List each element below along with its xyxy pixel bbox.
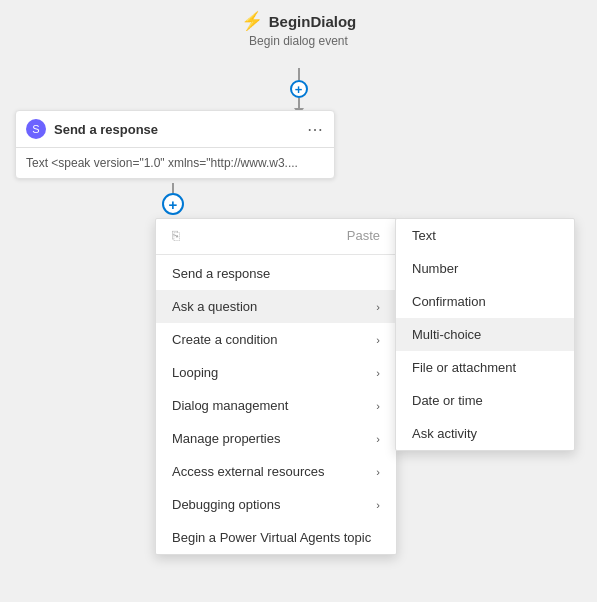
ask-question-submenu: Text Number Confirmation Multi-choice Fi… bbox=[395, 218, 575, 451]
ask-question-label: Ask a question bbox=[172, 299, 257, 314]
menu-item-pva-topic[interactable]: Begin a Power Virtual Agents topic bbox=[156, 521, 396, 554]
card-menu-button[interactable]: ⋯ bbox=[307, 120, 324, 139]
menu-item-paste: ⎘ Paste bbox=[156, 219, 396, 252]
menu-item-create-condition[interactable]: Create a condition › bbox=[156, 323, 396, 356]
card-header-left: S Send a response bbox=[26, 119, 158, 139]
submenu-item-date-time[interactable]: Date or time bbox=[396, 384, 574, 417]
add-step-button-top[interactable]: + bbox=[290, 80, 308, 98]
top-connector: + bbox=[290, 68, 308, 115]
multichoice-label: Multi-choice bbox=[412, 327, 481, 342]
date-time-label: Date or time bbox=[412, 393, 483, 408]
bottom-connector: + bbox=[162, 183, 184, 215]
connector-line-top bbox=[298, 68, 300, 80]
chevron-dialog-management: › bbox=[376, 400, 380, 412]
card-body: Text <speak version="1.0" xmlns="http://… bbox=[16, 148, 334, 178]
chevron-access-external: › bbox=[376, 466, 380, 478]
create-condition-label: Create a condition bbox=[172, 332, 278, 347]
card-header: S Send a response ⋯ bbox=[16, 111, 334, 148]
send-response-card: S Send a response ⋯ Text <speak version=… bbox=[15, 110, 335, 179]
begin-dialog-subtitle: Begin dialog event bbox=[249, 34, 348, 48]
send-response-label: Send a response bbox=[172, 266, 270, 281]
text-label: Text bbox=[412, 228, 436, 243]
menu-divider bbox=[156, 254, 396, 255]
pva-topic-label: Begin a Power Virtual Agents topic bbox=[172, 530, 371, 545]
confirmation-label: Confirmation bbox=[412, 294, 486, 309]
paste-label: Paste bbox=[347, 228, 380, 243]
submenu-item-ask-activity[interactable]: Ask activity bbox=[396, 417, 574, 450]
menu-item-looping[interactable]: Looping › bbox=[156, 356, 396, 389]
manage-properties-label: Manage properties bbox=[172, 431, 280, 446]
begin-dialog-container: ⚡ BeginDialog Begin dialog event bbox=[241, 10, 357, 48]
submenu-item-text[interactable]: Text bbox=[396, 219, 574, 252]
canvas: ⚡ BeginDialog Begin dialog event + S Sen… bbox=[0, 0, 597, 602]
context-menu: ⎘ Paste Send a response Ask a question ›… bbox=[155, 218, 397, 555]
looping-label: Looping bbox=[172, 365, 218, 380]
dialog-management-label: Dialog management bbox=[172, 398, 288, 413]
begin-dialog-title: ⚡ BeginDialog bbox=[241, 10, 357, 32]
submenu-item-confirmation[interactable]: Confirmation bbox=[396, 285, 574, 318]
chevron-debugging: › bbox=[376, 499, 380, 511]
submenu-item-multichoice[interactable]: Multi-choice bbox=[396, 318, 574, 351]
chevron-create-condition: › bbox=[376, 334, 380, 346]
chevron-manage-properties: › bbox=[376, 433, 380, 445]
menu-item-manage-properties[interactable]: Manage properties › bbox=[156, 422, 396, 455]
debugging-label: Debugging options bbox=[172, 497, 280, 512]
lightning-icon: ⚡ bbox=[241, 10, 263, 32]
chevron-looping: › bbox=[376, 367, 380, 379]
menu-item-access-external[interactable]: Access external resources › bbox=[156, 455, 396, 488]
menu-item-send-response[interactable]: Send a response bbox=[156, 257, 396, 290]
connector-line-mid bbox=[298, 98, 300, 108]
number-label: Number bbox=[412, 261, 458, 276]
card-title: Send a response bbox=[54, 122, 158, 137]
paste-icon: ⎘ bbox=[172, 228, 180, 243]
menu-item-debugging[interactable]: Debugging options › bbox=[156, 488, 396, 521]
chevron-ask-question: › bbox=[376, 301, 380, 313]
ask-activity-label: Ask activity bbox=[412, 426, 477, 441]
submenu-item-number[interactable]: Number bbox=[396, 252, 574, 285]
access-external-label: Access external resources bbox=[172, 464, 324, 479]
add-step-button-main[interactable]: + bbox=[162, 193, 184, 215]
menu-item-ask-question[interactable]: Ask a question › bbox=[156, 290, 396, 323]
submenu-item-file-attachment[interactable]: File or attachment bbox=[396, 351, 574, 384]
card-icon: S bbox=[26, 119, 46, 139]
menu-item-dialog-management[interactable]: Dialog management › bbox=[156, 389, 396, 422]
connector-line-below-card bbox=[172, 183, 174, 193]
begin-dialog-label: BeginDialog bbox=[269, 13, 357, 30]
file-attachment-label: File or attachment bbox=[412, 360, 516, 375]
card-icon-label: S bbox=[32, 123, 39, 135]
